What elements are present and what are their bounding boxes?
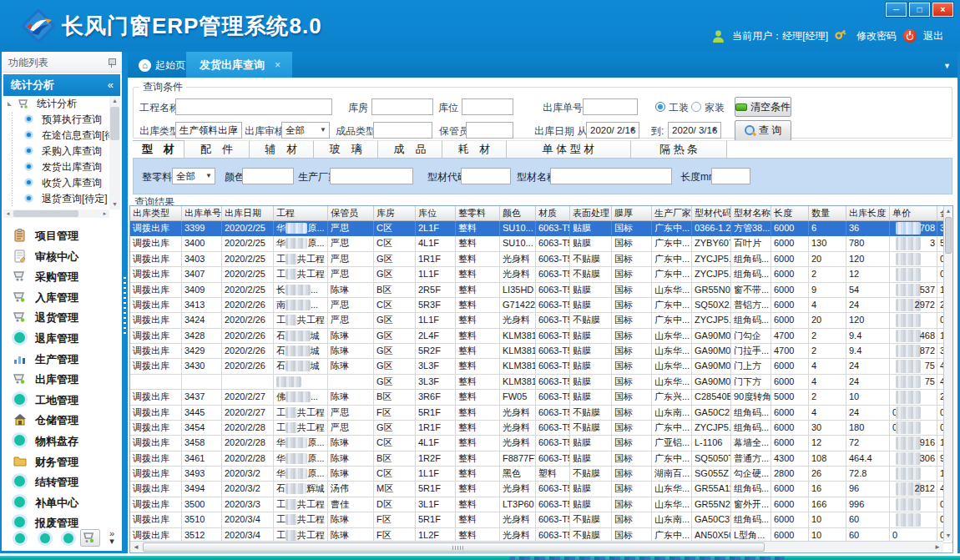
tab-list-caret-icon[interactable]: ▼ (943, 62, 951, 70)
outbound-type-combo[interactable]: 生产领料出库▼ (175, 122, 242, 139)
code-input[interactable] (461, 168, 511, 184)
material-tab[interactable]: 隔 热 条 (631, 140, 727, 158)
material-tab[interactable]: 单 体 型 材 (507, 140, 631, 158)
table-row[interactable]: 调拨出库34942020/3/2石辉城汤伟M区5R1F整料光身料6063-T5贴… (130, 482, 952, 497)
tab-home[interactable]: ⌂起始页 (132, 56, 192, 74)
column-header[interactable]: 库位 (416, 206, 456, 221)
radio-home-label[interactable]: 家装 (705, 99, 725, 116)
table-row[interactable]: 调拨出库34542020/2/28工共工程严思G区1R1F整料光身料6063-T… (130, 421, 952, 436)
sidebar-item-工地管理[interactable]: 工地管理 (3, 390, 120, 411)
table-row[interactable]: 调拨出库34452020/2/27工共工程严思F区5R1F整料光身料6063-T… (130, 406, 952, 421)
radio-home[interactable] (691, 102, 701, 112)
column-header[interactable]: 型材代码 (692, 206, 731, 221)
column-header[interactable]: 整零料 (456, 206, 500, 221)
sidebar-item-入库管理[interactable]: 入库管理 (3, 287, 120, 308)
column-header[interactable]: 出库长度 (846, 206, 890, 221)
sidebar-item-项目管理[interactable]: 项目管理 (3, 225, 120, 246)
tree-item[interactable]: 预算执行查询 (3, 112, 120, 128)
material-tab[interactable]: 玻 璃 (314, 140, 378, 158)
radio-industrial-label[interactable]: 工装 (669, 99, 689, 116)
column-header[interactable]: 型材名称 (731, 206, 771, 221)
table-row[interactable]: 调拨出库33992020/2/25华原...严思C区2L1F整料SU10...6… (130, 221, 952, 236)
grid-hscrollbar[interactable]: ◄ ► (130, 541, 943, 552)
sidebar-item-审核中心[interactable]: 审核中心 (3, 246, 120, 267)
table-row[interactable]: 调拨出库34032020/2/25工共工程严思G区1R1F整料光身料6063-T… (130, 252, 952, 267)
nav-dot-icon[interactable] (15, 533, 25, 543)
column-header[interactable]: 单价 (890, 206, 937, 221)
warehouse-input[interactable] (371, 98, 433, 115)
color-input[interactable] (242, 168, 294, 184)
keeper-input[interactable] (466, 122, 513, 139)
tree-item[interactable]: 收货入库查询 (3, 175, 120, 191)
pin-icon[interactable] (108, 58, 115, 68)
sidebar-item-仓储管理[interactable]: 仓储管理 (3, 410, 120, 431)
table-row[interactable]: 调拨出库34092020/2/25长...陈琳B区2R5F整料LI35HD606… (130, 283, 952, 298)
sidebar-item-结转管理[interactable]: 结转管理 (3, 472, 120, 492)
minimize-button[interactable]: ─ (886, 3, 907, 17)
sidebar-item-物料盘存[interactable]: 物料盘存 (3, 431, 120, 452)
close-button[interactable]: × (932, 3, 953, 17)
nav-dot-icon[interactable] (63, 533, 73, 543)
name-input[interactable] (550, 168, 672, 184)
splitter[interactable] (122, 52, 128, 553)
sidebar-item-采购管理[interactable]: 采购管理 (3, 266, 120, 287)
factory-input[interactable] (330, 168, 413, 184)
audit-combo[interactable]: 全部▼ (281, 122, 330, 139)
tree-root[interactable]: 统计分析 (3, 96, 120, 112)
table-row[interactable]: G区3L3F整料KLM38176063-T5贴膜国标山东华...GA90M09.… (130, 375, 952, 390)
tab-active[interactable]: 发货出库查询× (186, 52, 292, 78)
maximize-button[interactable]: □ (909, 3, 930, 17)
table-row[interactable]: 调拨出库34372020/2/27佛...陈琳B区3R6F整料FW056063-… (130, 390, 952, 405)
column-header[interactable]: 库房 (374, 206, 416, 221)
table-row[interactable]: 调拨出库35102020/3/4工共工程陈琳F区5R1F整料光身料6063-T5… (130, 512, 952, 527)
table-row[interactable]: 调拨出库34242020/2/26工共工程严思G区1L1F整料光身料6063-T… (130, 313, 952, 328)
sidebar-item-退库管理[interactable]: 退库管理 (3, 328, 120, 349)
table-row[interactable]: 调拨出库34932020/3/2华原...陈琳C区1L1F整料黑色塑料不贴膜国标… (130, 467, 952, 482)
column-header[interactable]: 保管员 (328, 206, 374, 221)
clear-conditions-button[interactable]: 清空条件 (735, 97, 791, 117)
table-row[interactable]: 调拨出库35002020/3/3工共工程曹佳D区3L1F整料LT3P606063… (130, 497, 952, 512)
table-row[interactable]: 调拨出库34282020/2/26石城陈琳G区2L4F整料KLM38176063… (130, 329, 952, 344)
collapse-icon[interactable]: « (108, 74, 114, 95)
tree-vscrollbar[interactable]: ▲▼ (109, 96, 120, 209)
table-row[interactable]: 调拨出库34612020/2/28华原...陈琳B区1R2F整料F8877FT6… (130, 452, 952, 467)
material-tab[interactable]: 配 件 (184, 140, 250, 158)
date-to-picker[interactable]: 2020/ 3/16▼ (668, 122, 721, 139)
material-tab[interactable]: 辅 材 (250, 140, 314, 158)
column-header[interactable]: 长度 (771, 206, 809, 221)
column-header[interactable]: 生产厂家 (652, 206, 692, 221)
location-input[interactable] (462, 98, 513, 115)
sidebar-item-生产管理[interactable]: 生产管理 (3, 349, 120, 370)
overflow-chevron[interactable]: »▾ (107, 530, 117, 545)
logout-link[interactable]: 退出 (923, 29, 943, 43)
tree-item[interactable]: 在途信息查询[待 (3, 128, 120, 144)
column-header[interactable]: 工程 (274, 206, 328, 221)
sidebar-group-header[interactable]: 统计分析« (3, 74, 120, 96)
column-header[interactable]: 出库类型 (130, 206, 182, 221)
column-header[interactable]: 材质 (536, 206, 570, 221)
column-header[interactable]: 出库单号 (182, 206, 222, 221)
zhengling-combo[interactable]: 全部▼ (172, 168, 215, 184)
tree-hscrollbar[interactable]: ◄► (3, 209, 109, 218)
sidebar-item-财务管理[interactable]: 财务管理 (3, 452, 120, 472)
table-row[interactable]: 调拨出库34002020/2/25华原...严思C区4L1F整料SU10...6… (130, 236, 952, 251)
project-name-input[interactable] (175, 98, 332, 115)
column-header[interactable]: 膜厚 (612, 206, 652, 221)
orderno-input[interactable] (583, 98, 638, 115)
table-row[interactable]: 调拨出库34072020/2/25工共工程严思G区1L1F整料光身料6063-T… (130, 267, 952, 282)
tree-item[interactable]: 发货出库查询 (3, 159, 120, 175)
material-tab[interactable]: 型 材 (133, 140, 184, 158)
sidebar-item-补单中心[interactable]: 补单中心 (3, 492, 120, 513)
sidebar-item-出库管理[interactable]: 出库管理 (3, 369, 120, 390)
product-type-input[interactable] (373, 122, 432, 139)
column-header[interactable]: 出库日期 (222, 206, 274, 221)
length-input[interactable] (711, 168, 750, 184)
column-header[interactable]: 数量 (809, 206, 846, 221)
table-row[interactable]: 调拨出库34302020/2/26石城陈琳G区3L3F整料KLM38176063… (130, 359, 952, 374)
tree-item[interactable]: 退货查询[待定] (3, 191, 120, 207)
date-from-picker[interactable]: 2020/ 2/16▼ (586, 122, 639, 139)
sidebar-item-退货管理[interactable]: 退货管理 (3, 307, 120, 328)
tree-item[interactable]: 采购入库查询 (3, 144, 120, 159)
nav-dot-icon[interactable] (40, 533, 50, 543)
tab-close-icon[interactable]: × (275, 59, 280, 71)
